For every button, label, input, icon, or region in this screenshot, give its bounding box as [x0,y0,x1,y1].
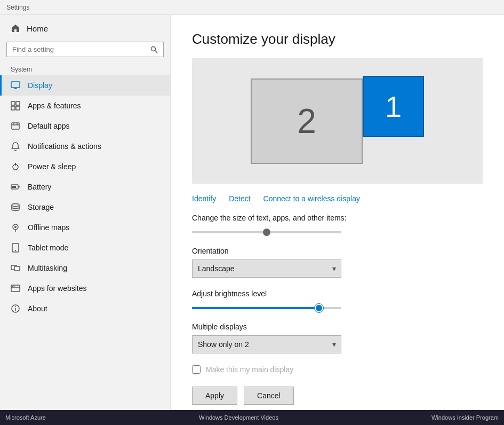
multiple-displays-dropdown-wrapper: Duplicate these displays Extend these di… [192,335,341,353]
multitasking-icon [11,263,20,273]
monitor-1[interactable]: 1 [363,76,424,137]
orientation-select[interactable]: Landscape Portrait Landscape (flipped) P… [192,259,341,278]
power-icon [11,162,20,171]
main-display-label: Make this my main display [206,365,293,374]
main-content: Customize your display 2 1 Identify Dete… [171,15,504,410]
about-icon [11,304,20,313]
taskbar-center: Windows Development Videos [199,414,278,421]
apply-button[interactable]: Apply [192,387,237,405]
sidebar-item-battery-label: Battery [28,183,51,191]
battery-icon [11,182,20,192]
svg-point-27 [12,286,13,287]
titlebar: Settings [0,0,504,15]
sidebar-item-display[interactable]: Display [0,75,170,96]
search-box[interactable] [6,42,164,57]
sidebar-item-about[interactable]: About [0,298,170,319]
identify-link[interactable]: Identify [192,194,216,203]
text-size-label: Change the size of text, apps, and other… [192,214,483,222]
sidebar-item-storage[interactable]: Storage [0,197,170,217]
titlebar-label: Settings [6,4,29,11]
page-title: Customize your display [192,31,483,48]
svg-rect-16 [18,186,20,187]
multiple-displays-setting: Multiple displays Duplicate these displa… [192,322,483,353]
links-row: Identify Detect Connect to a wireless di… [192,194,483,203]
svg-rect-7 [11,106,15,110]
sidebar-item-notifications[interactable]: Notifications & actions [0,136,170,156]
notifications-icon [11,141,20,151]
svg-rect-24 [14,266,20,271]
svg-rect-2 [11,82,20,88]
sidebar-item-tablet[interactable]: Tablet mode [0,238,170,258]
display-preview: 2 1 [192,58,483,184]
sidebar-item-notifications-label: Notifications & actions [28,142,101,151]
sidebar-section-system: System [0,61,170,75]
taskbar-right: Windows Insider Program [431,414,499,421]
svg-rect-9 [12,123,19,129]
taskbar-left: Microsoft Azure [5,414,46,421]
svg-rect-17 [12,186,16,188]
sidebar-item-about-label: About [28,304,47,313]
taskbar-bottom: Microsoft Azure Windows Development Vide… [0,410,504,425]
cancel-button[interactable]: Cancel [244,387,294,405]
multiple-displays-select[interactable]: Duplicate these displays Extend these di… [192,335,341,353]
main-display-row: Make this my main display [192,365,483,374]
svg-point-20 [14,226,17,228]
text-size-setting: Change the size of text, apps, and other… [192,214,483,235]
brightness-slider[interactable] [192,307,341,309]
sidebar-item-apps-features[interactable]: Apps & features [0,96,170,116]
sidebar-item-apps-websites-label: Apps for websites [28,284,87,293]
display-icon [11,81,20,90]
apps-features-icon [11,101,20,111]
sidebar-item-default-apps[interactable]: Default apps [0,116,170,136]
search-input[interactable] [12,45,146,53]
svg-rect-6 [16,101,20,105]
sidebar-item-offline-maps[interactable]: Offline maps [0,217,170,238]
orientation-dropdown-wrapper: Landscape Portrait Landscape (flipped) P… [192,259,341,278]
detect-link[interactable]: Detect [229,194,250,203]
buttons-row: Apply Cancel [192,387,483,405]
apps-websites-icon [11,284,20,293]
monitor-container: 2 1 [251,78,424,164]
svg-line-1 [155,50,158,53]
sidebar-item-power-label: Power & sleep [28,162,76,171]
orientation-label: Orientation [192,247,483,255]
sidebar-item-home[interactable]: Home [0,15,170,42]
main-display-checkbox[interactable] [192,365,201,374]
tablet-icon [11,243,20,253]
monitor-2[interactable]: 2 [251,78,363,164]
storage-icon [11,202,20,212]
offline-maps-icon [11,223,20,232]
sidebar-item-storage-label: Storage [28,203,54,211]
brightness-setting: Adjust brightness level [192,289,483,311]
sidebar-item-multitasking[interactable]: Multitasking [0,258,170,278]
sidebar-item-apps-websites[interactable]: Apps for websites [0,278,170,298]
connect-wireless-link[interactable]: Connect to a wireless display [263,194,360,203]
home-label: Home [27,24,48,33]
text-size-slider[interactable] [192,231,341,233]
sidebar-item-battery[interactable]: Battery [0,177,170,197]
svg-point-28 [14,286,15,287]
sidebar-item-default-apps-label: Default apps [28,122,70,130]
svg-rect-5 [11,101,15,105]
search-icon [150,46,158,53]
sidebar: Home System Di [0,15,171,410]
svg-point-22 [15,250,16,251]
multiple-displays-label: Multiple displays [192,322,483,331]
svg-point-18 [12,204,19,207]
svg-point-31 [15,306,16,308]
brightness-label: Adjust brightness level [192,289,483,298]
sidebar-item-power[interactable]: Power & sleep [0,156,170,177]
svg-rect-8 [16,106,20,110]
sidebar-item-offline-maps-label: Offline maps [28,223,69,232]
sidebar-item-multitasking-label: Multitasking [28,264,67,272]
sidebar-item-apps-features-label: Apps & features [28,101,81,110]
sidebar-item-display-label: Display [28,81,52,90]
home-icon [11,23,20,33]
sidebar-item-tablet-label: Tablet mode [28,243,68,252]
default-apps-icon [11,121,20,131]
svg-point-0 [151,46,156,51]
orientation-setting: Orientation Landscape Portrait Landscape… [192,247,483,278]
